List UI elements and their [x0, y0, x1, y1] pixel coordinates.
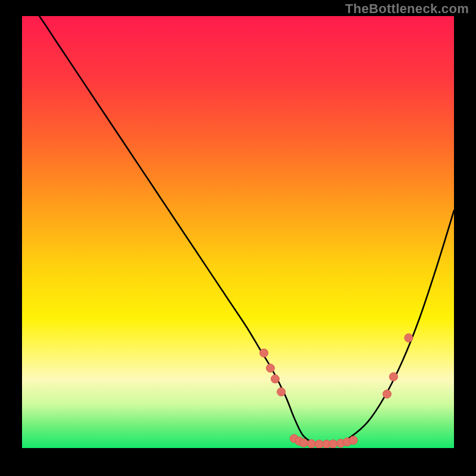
data-marker — [329, 440, 337, 448]
data-marker — [389, 372, 397, 381]
data-marker — [383, 390, 391, 398]
data-marker — [266, 364, 274, 372]
data-marker — [349, 436, 358, 444]
chart-stage: TheBottleneck.com — [0, 0, 476, 476]
watermark-label: TheBottleneck.com — [345, 1, 469, 17]
data-marker — [405, 334, 413, 342]
data-marker — [271, 375, 279, 383]
chart-svg — [0, 0, 476, 476]
data-marker — [260, 349, 268, 357]
data-marker — [307, 440, 315, 448]
heat-gradient-background — [22, 16, 454, 448]
data-marker — [299, 439, 308, 447]
data-marker — [277, 388, 286, 396]
